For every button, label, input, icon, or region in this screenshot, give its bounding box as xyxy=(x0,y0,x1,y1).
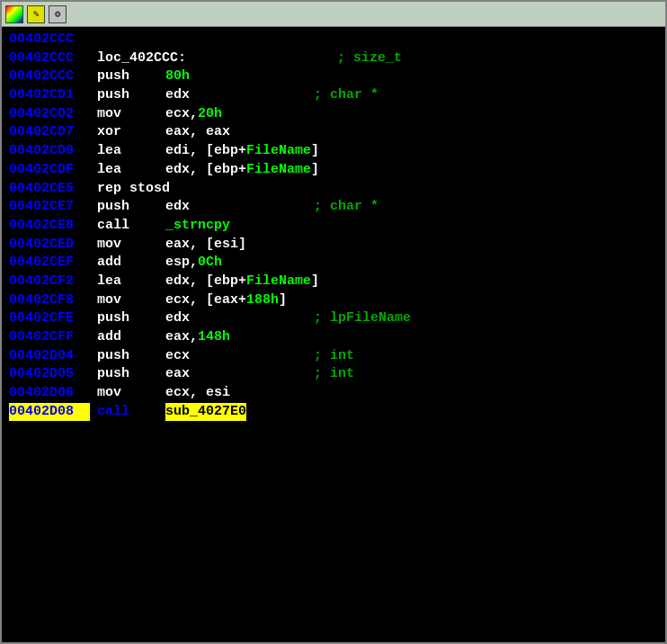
asm-line-16: 00402CFE push edx ; lpFileName xyxy=(9,309,658,328)
address-7: 00402CD9 xyxy=(9,142,90,161)
comment-2: ; size_t xyxy=(337,49,402,68)
address-13: 00402CEF xyxy=(9,254,90,273)
operand-6: eax, eax xyxy=(165,123,230,142)
address-6: 00402CD7 xyxy=(9,123,90,142)
mnemonic-6: xor xyxy=(97,123,151,142)
address-17: 00402CFF xyxy=(9,328,90,347)
asm-line-20: 00402D06 mov ecx, esi xyxy=(9,384,658,403)
main-window: ✎ ⚙ 00402CCC 00402CCC loc_402CCC: ; size… xyxy=(0,0,667,644)
mnemonic-10: push xyxy=(97,198,151,217)
comment-18: ; int xyxy=(314,347,354,366)
disassembly-view: 00402CCC 00402CCC loc_402CCC: ; size_t 0… xyxy=(2,27,665,642)
mnemonic-8: lea xyxy=(97,161,151,180)
operand-11: _strncpy xyxy=(165,217,230,236)
comment-10: ; char * xyxy=(314,198,378,217)
asm-line-10: 00402CE7 push edx ; char * xyxy=(9,198,658,217)
address-15: 00402CF8 xyxy=(9,291,90,310)
operand-4: edx xyxy=(165,86,190,105)
mnemonic-14: lea xyxy=(97,273,151,291)
address-3: 00402CCC xyxy=(9,67,90,86)
operand-7b: FileName xyxy=(246,142,311,161)
address-11: 00402CE8 xyxy=(9,217,90,236)
address-18: 00402D04 xyxy=(9,347,90,366)
mnemonic-12: mov xyxy=(97,236,151,255)
operand-19: eax xyxy=(165,365,190,384)
comment-19: ; int xyxy=(314,365,354,384)
address-14: 00402CF2 xyxy=(9,273,90,291)
asm-line-13: 00402CEF add esp, 0Ch xyxy=(9,254,658,273)
address-5: 00402CD2 xyxy=(9,105,90,124)
mnemonic-20: mov xyxy=(97,384,151,403)
mnemonic-4: push xyxy=(97,86,151,105)
asm-line-8: 00402CDF lea edx, [ebp+FileName] xyxy=(9,161,658,180)
operand-12: eax, [esi] xyxy=(165,236,246,255)
operand-21: sub_4027E0 xyxy=(165,403,246,422)
asm-line-12: 00402CED mov eax, [esi] xyxy=(9,236,658,255)
operand-8b: FileName xyxy=(246,161,311,180)
operand-14b: FileName xyxy=(246,273,311,291)
asm-line-11: 00402CE8 call _strncpy xyxy=(9,217,658,236)
mnemonic-18: push xyxy=(97,347,151,366)
operand-17a: eax, xyxy=(165,328,198,347)
mnemonic-19: push xyxy=(97,365,151,384)
asm-line-19: 00402D05 push eax ; int xyxy=(9,365,658,384)
operand-16: edx xyxy=(165,309,190,328)
address-1: 00402CCC xyxy=(9,31,90,49)
operand-7a: edi, [ebp+ xyxy=(165,142,246,161)
operand-7c: ] xyxy=(311,142,319,161)
address-8: 00402CDF xyxy=(9,161,90,180)
asm-line-4: 00402CD1 push edx ; char * xyxy=(9,86,658,105)
mnemonic-3: push xyxy=(97,67,151,86)
mnemonic-13: add xyxy=(97,254,151,273)
operand-13b: 0Ch xyxy=(198,254,222,273)
operand-5b: 20h xyxy=(198,105,222,124)
operand-14a: edx, [ebp+ xyxy=(165,273,246,291)
address-10: 00402CE7 xyxy=(9,198,90,217)
mnemonic-7: lea xyxy=(97,142,151,161)
asm-line-5: 00402CD2 mov ecx, 20h xyxy=(9,105,658,124)
operand-20: ecx, esi xyxy=(165,384,230,403)
mnemonic-5: mov xyxy=(97,105,151,124)
address-16: 00402CFE xyxy=(9,309,90,328)
label-2: loc_402CCC: xyxy=(97,49,186,68)
address-2: 00402CCC xyxy=(9,49,90,68)
mnemonic-11: call xyxy=(97,217,151,236)
mnemonic-17: add xyxy=(97,328,151,347)
operand-9: rep stosd xyxy=(97,180,170,199)
address-20: 00402D06 xyxy=(9,384,90,403)
address-4: 00402CD1 xyxy=(9,86,90,105)
comment-4: ; char * xyxy=(314,86,378,105)
address-12: 00402CED xyxy=(9,236,90,255)
address-21: 00402D08 xyxy=(9,403,90,422)
asm-line-7: 00402CD9 lea edi, [ebp+FileName] xyxy=(9,142,658,161)
asm-line-3: 00402CCC push 80h xyxy=(9,67,658,86)
address-19: 00402D05 xyxy=(9,365,90,384)
operand-8a: edx, [ebp+ xyxy=(165,161,246,180)
asm-line-21: 00402D08 call sub_4027E0 xyxy=(9,403,658,422)
settings-icon: ⚙ xyxy=(49,5,67,23)
titlebar: ✎ ⚙ xyxy=(2,2,665,27)
operand-14c: ] xyxy=(311,273,319,291)
operand-15b: 188h xyxy=(246,291,279,310)
asm-line-17: 00402CFF add eax, 148h xyxy=(9,328,658,347)
asm-line-15: 00402CF8 mov ecx, [eax+188h] xyxy=(9,291,658,310)
operand-18: ecx xyxy=(165,347,190,366)
asm-line-18: 00402D04 push ecx ; int xyxy=(9,347,658,366)
operand-15a: ecx, [eax+ xyxy=(165,291,246,310)
mnemonic-16: push xyxy=(97,309,151,328)
mnemonic-15: mov xyxy=(97,291,151,310)
asm-line-9: 00402CE5 rep stosd xyxy=(9,180,658,199)
operand-15c: ] xyxy=(279,291,287,310)
mnemonic-21: call xyxy=(97,403,151,422)
asm-line-1: 00402CCC xyxy=(9,31,658,49)
operand-3: 80h xyxy=(165,67,190,86)
operand-17b: 148h xyxy=(198,328,230,347)
operand-10: edx xyxy=(165,198,190,217)
operand-13a: esp, xyxy=(165,254,198,273)
asm-line-6: 00402CD7 xor eax, eax xyxy=(9,123,658,142)
edit-icon: ✎ xyxy=(27,5,45,23)
asm-line-14: 00402CF2 lea edx, [ebp+FileName] xyxy=(9,273,658,291)
comment-16: ; lpFileName xyxy=(314,309,411,328)
address-9: 00402CE5 xyxy=(9,180,90,199)
color-palette-icon xyxy=(5,5,23,23)
